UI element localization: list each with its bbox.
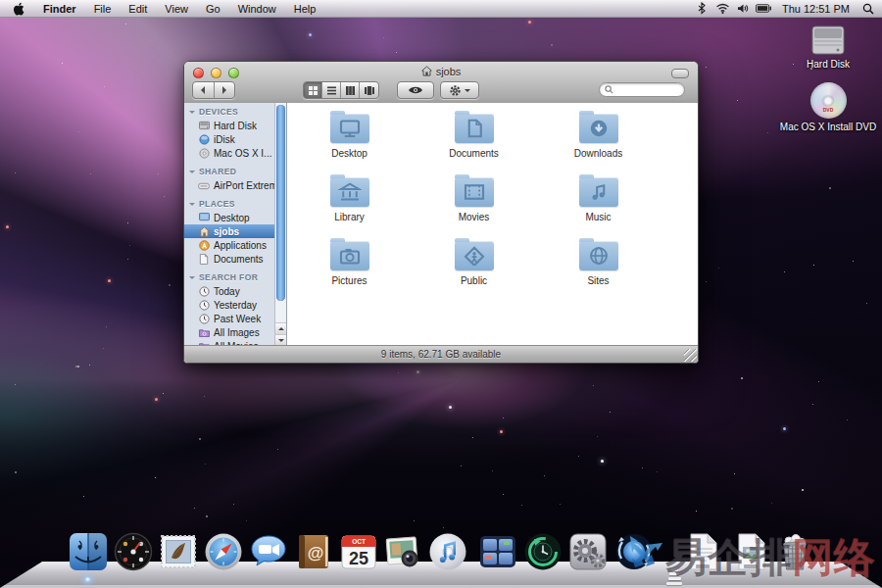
menu-item-go[interactable]: Go [197,0,229,17]
dock-item-finder[interactable] [69,532,108,571]
quicklook-button[interactable] [397,81,434,99]
sidebar-section-places[interactable]: PLACES [184,197,274,211]
folder-grid: DesktopDocumentsDownloadsLibraryMoviesMu… [287,103,698,346]
folder-documents[interactable]: Documents [412,109,536,172]
star [62,63,63,64]
dock-item-system-preferences[interactable] [568,532,608,571]
star [169,284,171,286]
spotlight-icon[interactable] [859,1,876,16]
dock-item-time-machine[interactable] [523,532,563,571]
icon-view-button[interactable] [304,82,322,98]
sidebar-section-devices[interactable]: DEVICES [184,105,274,119]
sidebar-section-shared[interactable]: SHARED [184,165,274,178]
folder-sites[interactable]: Sites [536,236,661,300]
icon-view-icon [308,85,318,96]
folder-pictures[interactable]: Pictures [287,236,412,300]
nav-button-group [192,81,235,99]
dock-item-iphoto[interactable] [383,532,422,571]
home-glyph [421,66,432,76]
folder-icon [455,114,494,143]
applications-icon [198,239,210,251]
trash-icon [775,532,814,571]
wifi-menu-icon[interactable] [714,1,731,16]
status-bar: 9 items, 62.71 GB available [184,345,698,363]
forward-button[interactable] [215,82,235,98]
star [551,44,553,46]
dock-divider[interactable] [663,564,685,586]
list-view-button[interactable] [322,82,341,98]
folder-label: Public [461,275,487,286]
dock-item-downloads-stack[interactable] [731,532,770,571]
menu-item-file[interactable]: File [85,0,121,17]
action-menu-button[interactable] [440,81,479,99]
folder-desktop[interactable]: Desktop [287,109,412,172]
dock-item-ical[interactable]: OCT25OCT25 [339,532,378,571]
desktop-icon-install-dvd[interactable]: DVDMac OS X Install DVD [774,82,882,132]
star [818,381,819,382]
sidebar-scrollbar[interactable] [274,103,286,346]
hard-disk-icon [808,24,848,56]
folder-movies[interactable]: Movies [412,172,536,236]
folder-music[interactable]: Music [536,172,661,236]
sidebar-item-airport-extreme[interactable]: AirPort Extreme [184,178,274,192]
dock-item-mail[interactable] [159,532,198,571]
column-view-button[interactable] [341,82,360,98]
sidebar-item-past-week[interactable]: Past Week [184,312,274,325]
dock-item-itunes[interactable] [428,532,467,571]
star [78,131,79,132]
apple-menu[interactable] [0,2,34,16]
coverflow-view-button[interactable] [360,82,378,98]
dock-item-address-book[interactable]: @@ [294,532,333,571]
sidebar-item-mac-os-x-i-[interactable]: Mac OS X I... [184,146,274,160]
scroll-up-button[interactable] [274,322,286,334]
document-icon [198,253,210,265]
folder-icon [455,241,494,270]
toolbar-toggle-capsule[interactable] [671,69,689,78]
sidebar-item-today[interactable]: Today [184,284,274,298]
bluetooth-menu-icon[interactable] [694,1,710,16]
sidebar-item-hard-disk[interactable]: Hard Disk [184,119,274,132]
sidebar-item-applications[interactable]: Applications [184,238,274,252]
dock-item-spaces[interactable] [478,532,517,571]
star [127,222,128,223]
battery-menu-icon[interactable] [756,1,772,16]
sidebar-scrollbar-thumb[interactable] [276,105,285,301]
volume-menu-icon[interactable] [735,1,752,16]
menu-item-finder[interactable]: Finder [34,0,85,17]
back-button[interactable] [193,82,215,98]
menu-item-window[interactable]: Window [229,0,285,17]
folder-library[interactable]: Library [287,172,412,236]
film-icon [455,177,494,207]
star [492,470,493,471]
star [163,393,164,394]
sidebar-item-documents[interactable]: Documents [184,252,274,266]
menu-item-help[interactable]: Help [285,0,325,17]
sidebar-item-idisk[interactable]: iDisk [184,132,274,146]
folder-downloads[interactable]: Downloads [536,109,661,172]
sidebar-section-search-for[interactable]: SEARCH FOR [184,270,274,284]
desktop-icon-hard-disk[interactable]: Hard Disk [774,24,882,70]
sidebar-item-yesterday[interactable]: Yesterday [184,298,274,312]
dock-item-documents-stack[interactable] [683,532,722,571]
mail-icon [159,532,198,571]
finder-icon [69,532,108,571]
sidebar-item-desktop[interactable]: Desktop [184,211,274,224]
menu-item-view[interactable]: View [156,0,197,17]
downloads-stack-icon [731,532,770,571]
menu-bar-clock[interactable]: Thu 12:51 PM [776,3,856,15]
window-header[interactable]: sjobs [184,62,698,104]
dock-item-safari[interactable] [204,532,243,571]
dock-item-ichat[interactable] [249,532,288,571]
dock-item-trash[interactable] [775,532,814,571]
resize-grip[interactable] [684,349,697,362]
ichat-icon [249,532,288,571]
dock-item-software-update[interactable] [614,532,654,571]
menu-item-edit[interactable]: Edit [120,0,156,17]
dock-item-dashboard[interactable] [114,532,153,571]
sidebar-item-sjobs[interactable]: sjobs [184,224,286,238]
folder-public[interactable]: Public [412,236,536,300]
eye-icon [408,85,423,95]
search-input[interactable] [599,82,685,97]
finder-window: sjobs [183,61,699,364]
sidebar-item-all-images[interactable]: All Images [184,325,274,339]
